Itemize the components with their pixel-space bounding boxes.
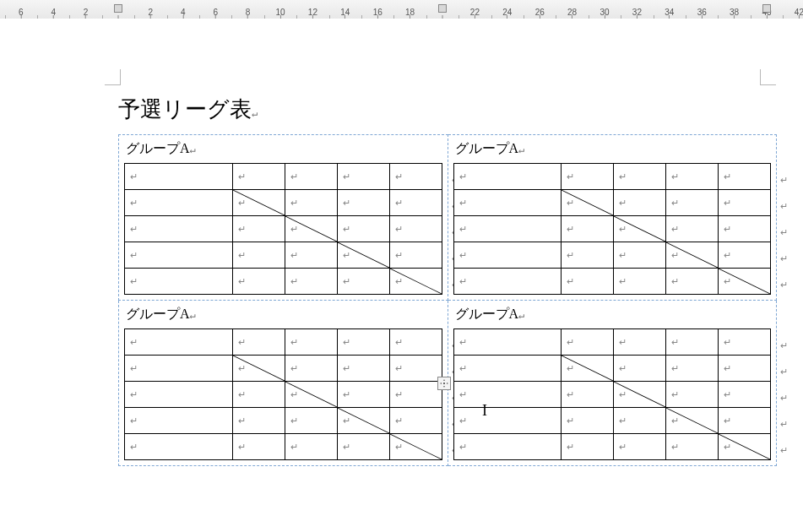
grid-cell[interactable]: ↵ — [285, 356, 337, 382]
grid-cell[interactable]: ↵ — [614, 216, 666, 242]
grid-cell[interactable]: ↵ — [666, 329, 719, 356]
grid-cell[interactable]: ↵ — [125, 216, 233, 242]
grid-cell[interactable]: ↵ — [337, 216, 389, 242]
grid-cell[interactable]: ↵ — [453, 190, 562, 216]
grid-cell[interactable]: ↵ — [337, 164, 389, 190]
grid-cell[interactable]: ↵ — [337, 242, 389, 269]
league-grid[interactable]: ↵↵↵↵↵↵↵↵↵↵↵↵↵↵↵↵↵↵↵↵↵↵↵↵↵ — [124, 328, 442, 460]
layout-cell[interactable]: グループA↵↵↵↵↵↵↵↵↵↵↵↵↵↵↵↵↵↵↵↵↵↵↵↵↵↵↵↵↵↵↵ — [119, 135, 448, 301]
grid-cell[interactable]: ↵ — [125, 408, 233, 434]
grid-cell[interactable]: ↵ — [453, 216, 562, 242]
grid-cell[interactable]: ↵ — [562, 242, 614, 269]
grid-cell[interactable]: ↵ — [562, 356, 614, 382]
layout-cell[interactable]: グループA↵↵↵↵↵↵↵↵↵↵↵↵↵↵↵↵↵↵↵↵↵↵↵↵↵↵↵↵↵↵↵ — [448, 135, 777, 301]
league-grid[interactable]: ↵↵↵↵↵↵↵↵↵↵↵↵↵↵↵↵↵↵↵↵↵↵↵↵↵ — [453, 328, 772, 460]
grid-cell[interactable]: ↵ — [232, 329, 285, 356]
grid-cell[interactable]: ↵ — [614, 269, 666, 295]
grid-cell[interactable]: ↵ — [125, 434, 233, 460]
grid-cell[interactable]: ↵ — [285, 190, 337, 216]
grid-cell[interactable]: ↵ — [666, 382, 719, 408]
grid-cell[interactable]: ↵ — [337, 329, 389, 356]
grid-cell[interactable]: ↵ — [125, 269, 233, 295]
grid-cell[interactable]: ↵ — [453, 382, 562, 408]
grid-cell[interactable]: ↵ — [719, 356, 771, 382]
grid-cell[interactable]: ↵ — [719, 434, 771, 460]
grid-cell[interactable]: ↵ — [719, 382, 771, 408]
grid-cell[interactable]: ↵ — [614, 382, 666, 408]
grid-cell[interactable]: ↵ — [232, 269, 285, 295]
grid-cell[interactable]: ↵ — [453, 356, 562, 382]
grid-cell[interactable]: ↵ — [389, 269, 442, 295]
grid-cell[interactable]: ↵ — [614, 164, 666, 190]
grid-cell[interactable]: ↵ — [285, 382, 337, 408]
grid-cell[interactable]: ↵ — [614, 434, 666, 460]
grid-cell[interactable]: ↵ — [666, 356, 719, 382]
grid-cell[interactable]: ↵ — [666, 164, 719, 190]
grid-cell[interactable]: ↵ — [389, 408, 442, 434]
grid-cell[interactable]: ↵ — [337, 190, 389, 216]
grid-cell[interactable]: ↵ — [389, 329, 442, 356]
layout-table[interactable]: グループA↵↵↵↵↵↵↵↵↵↵↵↵↵↵↵↵↵↵↵↵↵↵↵↵↵↵↵↵↵↵↵グループ… — [118, 134, 777, 466]
grid-cell[interactable]: ↵ — [125, 190, 233, 216]
document-page[interactable]: 予選リーグ表↵ グループA↵↵↵↵↵↵↵↵↵↵↵↵↵↵↵↵↵↵↵↵↵↵↵↵↵↵↵… — [0, 19, 803, 532]
grid-cell[interactable]: ↵ — [719, 164, 771, 190]
indent-marker-icon[interactable] — [437, 2, 448, 15]
grid-cell[interactable]: ↵ — [337, 408, 389, 434]
grid-cell[interactable]: ↵ — [389, 242, 442, 269]
grid-cell[interactable]: ↵ — [232, 164, 285, 190]
table-move-handle-icon[interactable] — [437, 377, 451, 390]
grid-cell[interactable]: ↵ — [562, 216, 614, 242]
grid-cell[interactable]: ↵ — [285, 216, 337, 242]
grid-cell[interactable]: ↵ — [614, 408, 666, 434]
grid-cell[interactable]: ↵ — [719, 216, 771, 242]
grid-cell[interactable]: ↵ — [562, 164, 614, 190]
grid-cell[interactable]: ↵ — [562, 190, 614, 216]
grid-cell[interactable]: ↵ — [666, 190, 719, 216]
grid-cell[interactable]: ↵ — [614, 356, 666, 382]
grid-cell[interactable]: ↵ — [719, 269, 771, 295]
layout-cell[interactable]: グループA↵↵↵↵↵↵↵↵↵↵↵↵↵↵↵↵↵↵↵↵↵↵↵↵↵↵↵↵↵↵↵ — [448, 301, 777, 466]
grid-cell[interactable]: ↵ — [562, 269, 614, 295]
grid-cell[interactable]: ↵ — [614, 242, 666, 269]
grid-cell[interactable]: ↵ — [389, 382, 442, 408]
grid-cell[interactable]: ↵ — [125, 356, 233, 382]
grid-cell[interactable]: ↵ — [453, 164, 562, 190]
layout-cell[interactable]: グループA↵↵↵↵↵↵↵↵↵↵↵↵↵↵↵↵↵↵↵↵↵↵↵↵↵↵↵↵↵↵↵ — [119, 301, 448, 466]
grid-cell[interactable]: ↵ — [562, 382, 614, 408]
grid-cell[interactable]: ↵ — [453, 408, 562, 434]
grid-cell[interactable]: ↵ — [562, 329, 614, 356]
grid-cell[interactable]: ↵ — [337, 269, 389, 295]
grid-cell[interactable]: ↵ — [719, 190, 771, 216]
grid-cell[interactable]: ↵ — [719, 242, 771, 269]
grid-cell[interactable]: ↵ — [719, 408, 771, 434]
grid-cell[interactable]: ↵ — [562, 434, 614, 460]
grid-cell[interactable]: ↵ — [614, 190, 666, 216]
grid-cell[interactable]: ↵ — [285, 408, 337, 434]
grid-cell[interactable]: ↵ — [389, 434, 442, 460]
grid-cell[interactable]: ↵ — [453, 269, 562, 295]
grid-cell[interactable]: ↵ — [389, 190, 442, 216]
indent-marker-icon[interactable] — [113, 2, 123, 15]
grid-cell[interactable]: ↵ — [125, 329, 233, 356]
grid-cell[interactable]: ↵ — [232, 356, 285, 382]
grid-cell[interactable]: ↵ — [232, 434, 285, 460]
grid-cell[interactable]: ↵ — [232, 190, 285, 216]
grid-cell[interactable]: ↵ — [232, 382, 285, 408]
league-grid[interactable]: ↵↵↵↵↵↵↵↵↵↵↵↵↵↵↵↵↵↵↵↵↵↵↵↵↵ — [453, 163, 772, 295]
grid-cell[interactable]: ↵ — [389, 164, 442, 190]
grid-cell[interactable]: ↵ — [666, 269, 719, 295]
grid-cell[interactable]: ↵ — [453, 242, 562, 269]
grid-cell[interactable]: ↵ — [285, 269, 337, 295]
horizontal-ruler[interactable]: 8642246810121416182224262830323436384042 — [0, 0, 803, 19]
grid-cell[interactable]: ↵ — [453, 329, 562, 356]
grid-cell[interactable]: ↵ — [389, 356, 442, 382]
grid-cell[interactable]: ↵ — [453, 434, 562, 460]
grid-cell[interactable]: ↵ — [232, 408, 285, 434]
grid-cell[interactable]: ↵ — [562, 408, 614, 434]
grid-cell[interactable]: ↵ — [389, 216, 442, 242]
grid-cell[interactable]: ↵ — [232, 216, 285, 242]
grid-cell[interactable]: ↵ — [232, 242, 285, 269]
grid-cell[interactable]: ↵ — [125, 382, 233, 408]
grid-cell[interactable]: ↵ — [125, 242, 233, 269]
indent-marker-icon[interactable] — [762, 2, 772, 15]
